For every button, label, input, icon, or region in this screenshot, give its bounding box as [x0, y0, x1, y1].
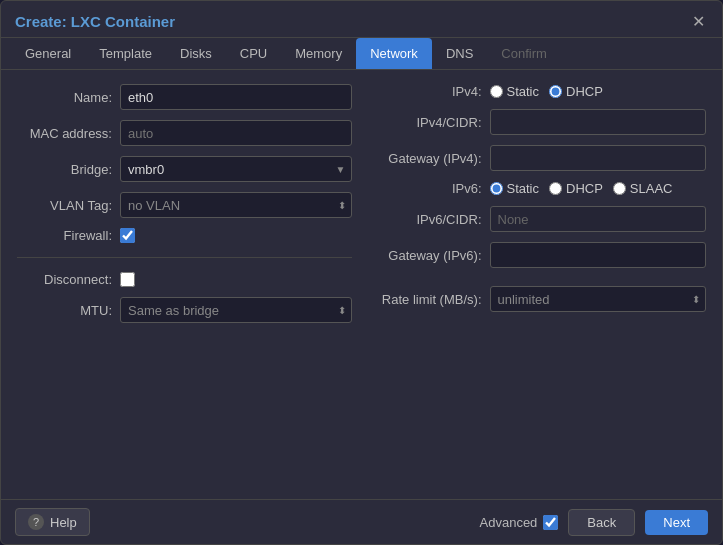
ipv6-slaac-label: SLAAC — [630, 181, 673, 196]
ipv6cidr-placeholder: None — [498, 212, 529, 227]
mtu-label: MTU: — [17, 303, 112, 318]
mtu-row: MTU: Same as bridge ⬍ — [17, 297, 352, 323]
firewall-label: Firewall: — [17, 228, 112, 243]
ipv6-row: IPv6: Static DHCP SLAAC — [372, 181, 707, 196]
vlan-select[interactable]: no VLAN — [120, 192, 352, 218]
bridge-select-wrapper: vmbr0 ▼ — [120, 156, 352, 182]
ipv6-dhcp-option[interactable]: DHCP — [549, 181, 603, 196]
ipv6-dhcp-radio[interactable] — [549, 182, 562, 195]
help-label: Help — [50, 515, 77, 530]
tab-template[interactable]: Template — [85, 38, 166, 69]
tab-disks[interactable]: Disks — [166, 38, 226, 69]
name-input[interactable] — [120, 84, 352, 110]
gateway-ipv4-row: Gateway (IPv4): — [372, 145, 707, 171]
left-column: Name: MAC address: Bridge: vmbr0 ▼ — [17, 84, 352, 485]
tab-dns[interactable]: DNS — [432, 38, 487, 69]
vlan-select-wrapper: no VLAN ⬍ — [120, 192, 352, 218]
ipv6-static-option[interactable]: Static — [490, 181, 540, 196]
mac-input[interactable] — [120, 120, 352, 146]
ipv6-slaac-radio[interactable] — [613, 182, 626, 195]
ipv4-static-option[interactable]: Static — [490, 84, 540, 99]
ipv4-static-label: Static — [507, 84, 540, 99]
question-icon: ? — [28, 514, 44, 530]
ipv6-slaac-option[interactable]: SLAAC — [613, 181, 673, 196]
tab-general[interactable]: General — [11, 38, 85, 69]
ipv4-row: IPv4: Static DHCP — [372, 84, 707, 99]
ipv4-radio-group: Static DHCP — [490, 84, 603, 99]
mac-row: MAC address: — [17, 120, 352, 146]
bridge-label: Bridge: — [17, 162, 112, 177]
bridge-select[interactable]: vmbr0 — [120, 156, 352, 182]
disconnect-label: Disconnect: — [17, 272, 112, 287]
ipv6cidr-label: IPv6/CIDR: — [372, 212, 482, 227]
mac-label: MAC address: — [17, 126, 112, 141]
help-button[interactable]: ? Help — [15, 508, 90, 536]
close-button[interactable]: ✕ — [688, 11, 708, 31]
mtu-select[interactable]: Same as bridge — [120, 297, 352, 323]
ipv6-radio-group: Static DHCP SLAAC — [490, 181, 673, 196]
name-row: Name: — [17, 84, 352, 110]
gateway-ipv6-input[interactable] — [490, 242, 707, 268]
rate-label: Rate limit (MB/s): — [372, 292, 482, 307]
vlan-label: VLAN Tag: — [17, 198, 112, 213]
firewall-checkbox[interactable] — [120, 228, 135, 243]
title-bar: Create: LXC Container ✕ — [1, 1, 722, 38]
footer-right: Advanced Back Next — [480, 509, 708, 536]
ipv4-dhcp-label: DHCP — [566, 84, 603, 99]
tab-network[interactable]: Network — [356, 38, 432, 69]
gateway-ipv4-input[interactable] — [490, 145, 707, 171]
advanced-checkbox[interactable] — [543, 515, 558, 530]
advanced-label-text: Advanced — [480, 515, 538, 530]
name-label: Name: — [17, 90, 112, 105]
vlan-row: VLAN Tag: no VLAN ⬍ — [17, 192, 352, 218]
disconnect-checkbox[interactable] — [120, 272, 135, 287]
divider — [17, 257, 352, 258]
ipv4-label: IPv4: — [372, 84, 482, 99]
ipv4-dhcp-option[interactable]: DHCP — [549, 84, 603, 99]
ipv4cidr-label: IPv4/CIDR: — [372, 115, 482, 130]
firewall-row: Firewall: — [17, 228, 352, 243]
tab-memory[interactable]: Memory — [281, 38, 356, 69]
mtu-select-wrapper: Same as bridge ⬍ — [120, 297, 352, 323]
tabs-bar: General Template Disks CPU Memory Networ… — [1, 38, 722, 70]
ipv4cidr-row: IPv4/CIDR: — [372, 109, 707, 135]
back-button[interactable]: Back — [568, 509, 635, 536]
rate-row: Rate limit (MB/s): unlimited ⬍ — [372, 286, 707, 312]
gateway-ipv6-row: Gateway (IPv6): — [372, 242, 707, 268]
ipv6-dhcp-label: DHCP — [566, 181, 603, 196]
advanced-option[interactable]: Advanced — [480, 515, 559, 530]
tab-confirm: Confirm — [487, 38, 561, 69]
ipv6-label: IPv6: — [372, 181, 482, 196]
gateway-ipv4-label: Gateway (IPv4): — [372, 151, 482, 166]
gateway-ipv6-label: Gateway (IPv6): — [372, 248, 482, 263]
right-column: IPv4: Static DHCP IPv4/CIDR: — [372, 84, 707, 485]
ipv4cidr-input[interactable] — [490, 109, 707, 135]
next-button[interactable]: Next — [645, 510, 708, 535]
dialog-title: Create: LXC Container — [15, 13, 175, 30]
ipv4-dhcp-radio[interactable] — [549, 85, 562, 98]
dialog: Create: LXC Container ✕ General Template… — [0, 0, 723, 545]
tab-cpu[interactable]: CPU — [226, 38, 281, 69]
ipv4-static-radio[interactable] — [490, 85, 503, 98]
content-area: Name: MAC address: Bridge: vmbr0 ▼ — [1, 70, 722, 499]
bridge-row: Bridge: vmbr0 ▼ — [17, 156, 352, 182]
ipv6cidr-input[interactable]: None — [490, 206, 707, 232]
ipv6cidr-row: IPv6/CIDR: None — [372, 206, 707, 232]
footer: ? Help Advanced Back Next — [1, 499, 722, 544]
disconnect-row: Disconnect: — [17, 272, 352, 287]
ipv6-static-radio[interactable] — [490, 182, 503, 195]
rate-select-wrapper: unlimited ⬍ — [490, 286, 707, 312]
ipv6-static-label: Static — [507, 181, 540, 196]
rate-select[interactable]: unlimited — [490, 286, 707, 312]
